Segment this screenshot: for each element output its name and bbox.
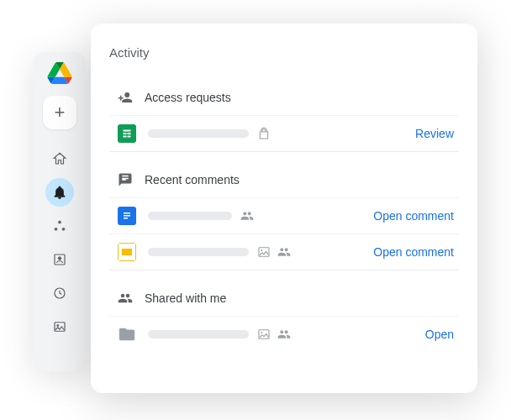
person-box-icon bbox=[52, 252, 67, 267]
nav-contacts[interactable] bbox=[45, 245, 74, 274]
svg-point-1 bbox=[55, 228, 57, 230]
nav-photos[interactable] bbox=[45, 312, 74, 341]
new-button[interactable]: + bbox=[43, 96, 76, 129]
section-shared-with-me: Shared with me Open bbox=[109, 279, 459, 352]
slides-icon bbox=[118, 243, 136, 261]
clock-icon bbox=[52, 286, 67, 301]
comment-icon bbox=[118, 172, 133, 187]
people-icon bbox=[277, 328, 291, 341]
nav-workspaces[interactable] bbox=[45, 212, 74, 240]
open-link[interactable]: Open bbox=[425, 328, 454, 341]
section-label: Access requests bbox=[145, 91, 231, 104]
list-item[interactable]: Open comment bbox=[109, 234, 459, 270]
bell-icon bbox=[52, 185, 67, 200]
open-comment-link[interactable]: Open comment bbox=[373, 209, 454, 223]
nav-home[interactable] bbox=[45, 144, 74, 173]
people-icon bbox=[277, 245, 291, 259]
home-icon bbox=[52, 151, 67, 166]
file-name-placeholder bbox=[148, 248, 249, 256]
open-comment-link[interactable]: Open comment bbox=[373, 245, 454, 259]
svg-point-7 bbox=[57, 324, 59, 326]
sidebar: + bbox=[34, 52, 86, 371]
section-access-requests: Access requests Review bbox=[109, 78, 459, 152]
nav-recent[interactable] bbox=[45, 279, 74, 307]
list-item[interactable]: Open comment bbox=[109, 197, 459, 234]
section-header-shared: Shared with me bbox=[109, 279, 459, 316]
file-name-placeholder bbox=[148, 129, 249, 138]
people-icon bbox=[240, 209, 254, 223]
drive-logo-icon bbox=[47, 62, 72, 84]
folder-icon bbox=[118, 325, 136, 344]
list-item[interactable]: Open bbox=[109, 316, 459, 352]
photo-icon bbox=[52, 319, 67, 334]
docs-icon bbox=[118, 207, 136, 225]
svg-point-0 bbox=[59, 221, 61, 223]
sheets-icon bbox=[118, 124, 136, 143]
lock-icon bbox=[257, 127, 271, 140]
svg-point-11 bbox=[261, 332, 262, 333]
section-header-comments: Recent comments bbox=[109, 160, 459, 197]
nav-activity[interactable] bbox=[45, 178, 74, 207]
person-add-icon bbox=[118, 90, 133, 105]
section-label: Shared with me bbox=[145, 291, 226, 305]
list-item[interactable]: Review bbox=[109, 115, 459, 151]
section-recent-comments: Recent comments Open comment Open commen… bbox=[109, 160, 459, 270]
people-icon bbox=[118, 291, 133, 306]
activity-panel: Activity Access requests Review Recent c… bbox=[91, 24, 477, 393]
review-link[interactable]: Review bbox=[415, 127, 454, 140]
section-header-access: Access requests bbox=[109, 78, 459, 115]
file-name-placeholder bbox=[148, 330, 249, 339]
svg-point-4 bbox=[58, 257, 61, 260]
panel-title: Activity bbox=[109, 45, 459, 60]
svg-point-2 bbox=[62, 228, 65, 230]
svg-rect-8 bbox=[259, 248, 269, 257]
image-icon bbox=[257, 328, 271, 341]
section-label: Recent comments bbox=[145, 173, 240, 186]
svg-rect-10 bbox=[259, 330, 269, 339]
svg-point-9 bbox=[261, 249, 262, 251]
image-icon bbox=[257, 245, 271, 259]
nodes-icon bbox=[52, 218, 67, 234]
file-name-placeholder bbox=[148, 212, 232, 220]
